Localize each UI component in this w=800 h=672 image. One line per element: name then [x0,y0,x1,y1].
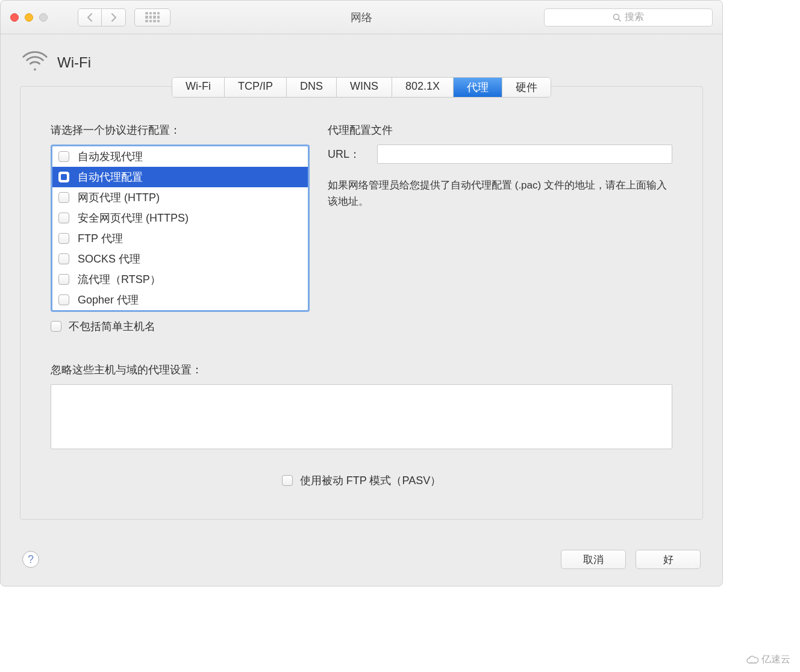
tab-dns[interactable]: DNS [287,78,337,97]
content-area: Wi-Fi Wi-FiTCP/IPDNSWINS802.1X代理硬件 请选择一个… [1,34,722,520]
bypass-label: 忽略这些主机与域的代理设置： [51,362,672,377]
protocol-checkbox[interactable] [58,274,69,285]
tab-wins[interactable]: WINS [337,78,392,97]
traffic-lights [10,13,48,22]
protocol-label: 流代理（RTSP） [78,272,161,287]
nav-buttons [78,8,126,26]
url-input[interactable] [377,145,672,164]
wifi-icon [22,49,48,76]
pasv-row: 使用被动 FTP 模式（PASV） [51,466,672,488]
watermark: 亿速云 [746,653,790,666]
button-row: 取消 好 [561,550,701,569]
back-button[interactable] [78,8,102,26]
interface-name: Wi-Fi [57,54,91,71]
protocol-checkbox[interactable] [58,172,69,182]
help-button[interactable]: ? [22,551,39,568]
protocol-list[interactable]: 自动发现代理自动代理配置网页代理 (HTTP)安全网页代理 (HTTPS)FTP… [51,145,310,312]
tab-wifi[interactable]: Wi-Fi [172,78,225,97]
settings-panel: Wi-FiTCP/IPDNSWINS802.1X代理硬件 请选择一个协议进行配置… [20,86,703,520]
protocol-label: 安全网页代理 (HTTPS) [78,211,189,225]
tab-tcpip[interactable]: TCP/IP [225,78,287,97]
protocol-item[interactable]: 自动发现代理 [52,146,308,167]
cloud-icon [746,655,759,665]
protocol-checkbox[interactable] [58,254,69,264]
tab-bar: Wi-FiTCP/IPDNSWINS802.1X代理硬件 [172,77,551,98]
protocol-checkbox[interactable] [58,192,69,203]
search-placeholder: 搜索 [625,11,644,23]
protocol-label: 网页代理 (HTTP) [78,190,160,205]
protocol-item[interactable]: 自动代理配置 [52,167,308,187]
protocol-label: SOCKS 代理 [78,252,140,266]
tab-[interactable]: 代理 [454,78,502,97]
search-input[interactable]: 搜索 [544,8,713,26]
pac-heading: 代理配置文件 [328,123,672,137]
ok-button[interactable]: 好 [636,550,701,569]
exclude-simple-row: 不包括简单主机名 [51,319,310,334]
protocol-item[interactable]: FTP 代理 [52,228,308,249]
grid-icon [145,12,160,23]
bypass-textarea[interactable] [51,384,672,449]
bypass-section: 忽略这些主机与域的代理设置： 使用被动 FTP 模式（PASV） [20,346,702,494]
url-label: URL： [328,147,370,161]
minimize-window-button[interactable] [25,13,33,22]
chevron-left-icon [88,14,92,21]
pasv-label: 使用被动 FTP 模式（PASV） [300,473,441,488]
panel-body: 请选择一个协议进行配置： 自动发现代理自动代理配置网页代理 (HTTP)安全网页… [20,87,702,346]
protocol-checkbox[interactable] [58,151,69,162]
url-row: URL： [328,145,672,164]
protocol-label: FTP 代理 [78,231,123,246]
close-window-button[interactable] [10,13,19,22]
window-title: 网络 [351,10,372,25]
svg-line-1 [619,19,621,21]
zoom-window-button[interactable] [39,13,48,22]
watermark-text: 亿速云 [761,653,790,666]
show-all-button[interactable] [134,8,170,26]
exclude-simple-label: 不包括简单主机名 [69,319,155,334]
cancel-button[interactable]: 取消 [561,550,626,569]
protocol-label: Gopher 代理 [78,293,139,307]
forward-button[interactable] [102,8,126,26]
pac-description: 如果网络管理员给您提供了自动代理配置 (.pac) 文件的地址，请在上面输入该地… [328,177,672,210]
titlebar: 网络 搜索 [1,1,722,34]
protocol-item[interactable]: 安全网页代理 (HTTPS) [52,208,308,228]
protocol-label: 自动代理配置 [78,170,143,184]
protocol-checkbox[interactable] [58,233,69,244]
protocol-item[interactable]: 网页代理 (HTTP) [52,187,308,208]
protocol-select-label: 请选择一个协议进行配置： [51,123,310,137]
tab-8021x[interactable]: 802.1X [392,78,454,97]
tab-[interactable]: 硬件 [502,78,551,97]
left-column: 请选择一个协议进行配置： 自动发现代理自动代理配置网页代理 (HTTP)安全网页… [51,123,310,334]
chevron-right-icon [112,14,116,21]
right-column: 代理配置文件 URL： 如果网络管理员给您提供了自动代理配置 (.pac) 文件… [328,123,672,334]
pasv-checkbox[interactable] [282,475,293,486]
protocol-label: 自动发现代理 [78,149,143,164]
protocol-item[interactable]: Gopher 代理 [52,290,308,310]
protocol-checkbox[interactable] [58,213,69,223]
protocol-item[interactable]: 流代理（RTSP） [52,269,308,290]
search-icon [613,13,621,22]
protocol-item[interactable]: SOCKS 代理 [52,249,308,269]
protocol-checkbox[interactable] [58,294,69,305]
exclude-simple-checkbox[interactable] [51,321,61,332]
preferences-window: 网络 搜索 Wi-Fi Wi-FiTCP/IPDNSWINS802.1X代理硬件… [0,0,723,586]
